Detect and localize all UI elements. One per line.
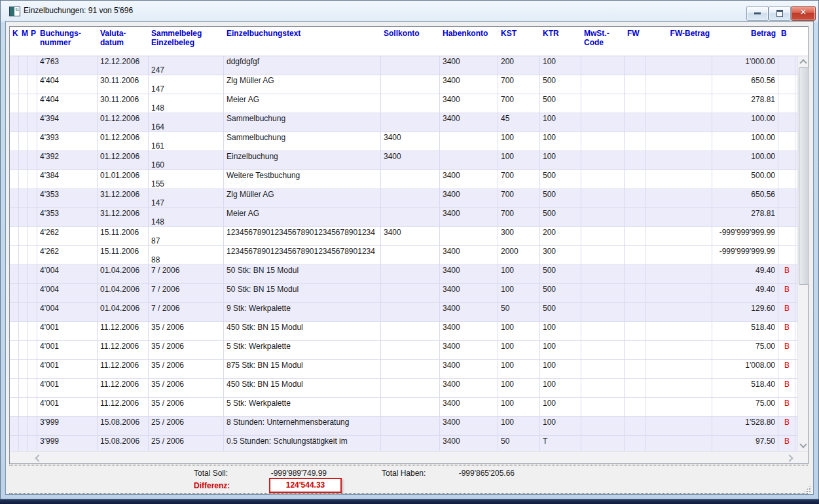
column-header-b[interactable]: B	[778, 27, 795, 56]
column-header-ktr[interactable]: KTR	[540, 27, 581, 56]
cell-fw	[625, 151, 646, 170]
cell-betrag: -999'999'999.99	[712, 246, 778, 264]
cell-fw	[625, 379, 646, 397]
table-row[interactable]: 4'35331.12.2006148Meier AG3400700500278.…	[10, 208, 797, 227]
column-header-haben[interactable]: Habenkonto	[440, 27, 498, 56]
column-header-nr[interactable]: Buchungs- nummer	[37, 27, 98, 56]
cell-mwst	[581, 284, 625, 302]
cell-betrag: 75.00	[712, 398, 778, 416]
cell-betrag: 278.81	[712, 208, 778, 226]
horizontal-scrollbar[interactable]	[10, 451, 808, 463]
table-row[interactable]: 4'26215.11.20068712345678901234567890123…	[10, 227, 797, 246]
cell-ktr: 200	[540, 227, 581, 245]
cell-betrag: 650.56	[712, 75, 778, 94]
cell-soll	[381, 379, 440, 397]
chevron-right-icon	[786, 454, 793, 461]
column-header-fw[interactable]: FW	[625, 27, 646, 56]
cell-beleg: 87	[149, 227, 224, 245]
column-header-mwst[interactable]: MwSt.- Code	[581, 27, 625, 56]
table-row[interactable]: 4'00111.12.200635 / 20065 Stk: Werkpalet…	[10, 398, 797, 417]
table-row[interactable]: 4'40430.11.2006148Meier AG3400700500278.…	[10, 94, 797, 113]
cell-b	[778, 94, 795, 113]
table-row[interactable]: 4'00401.04.20067 / 200650 Stk: BN 15 Mod…	[10, 265, 797, 284]
table-row[interactable]: 4'00401.04.20067 / 200650 Stk: BN 15 Mod…	[10, 284, 797, 303]
table-row[interactable]: 4'00111.12.200635 / 20065 Stk: Werkpalet…	[10, 341, 797, 360]
scroll-up-button[interactable]	[798, 56, 809, 67]
column-header-p[interactable]: P	[28, 27, 37, 56]
cell-soll	[381, 75, 440, 94]
cell-b: B	[778, 360, 795, 378]
column-header-betrag[interactable]: Betrag	[712, 27, 778, 56]
cell-text: 1234567890123456789012345678901234	[224, 246, 381, 264]
close-button[interactable]: ✕	[791, 6, 816, 21]
cell-p	[28, 189, 37, 207]
cell-fwbetrag	[646, 341, 712, 359]
cell-haben: 3400	[440, 284, 498, 302]
restore-button[interactable]	[769, 6, 791, 21]
table-row[interactable]: 4'00401.04.20067 / 20069 Stk: Werkpalett…	[10, 303, 797, 322]
separator-top	[9, 465, 808, 465]
cell-soll	[381, 303, 440, 321]
cell-k	[10, 113, 19, 132]
cell-datum: 11.12.2006	[98, 322, 149, 340]
cell-text: Zlg Müller AG	[224, 75, 381, 94]
vertical-scrollbar-thumb[interactable]	[799, 67, 809, 285]
column-header-datum[interactable]: Valuta- datum	[98, 27, 149, 56]
column-header-fwbetrag[interactable]: FW-Betrag	[646, 27, 712, 56]
table-row[interactable]: 3'99915.08.200625 / 20068 Stunden: Unter…	[10, 417, 797, 436]
vertical-scrollbar[interactable]	[797, 56, 808, 451]
cell-b: B	[778, 284, 795, 302]
cell-m	[19, 417, 28, 435]
table-row[interactable]: 4'35331.12.2006147Zlg Müller AG340070050…	[10, 189, 797, 208]
cell-m	[19, 436, 28, 451]
cell-fwbetrag	[646, 379, 712, 397]
cell-text: Meier AG	[224, 94, 381, 113]
cell-p	[28, 113, 37, 132]
table-row[interactable]: 4'00111.12.200635 / 2006450 Stk: BN 15 M…	[10, 322, 797, 341]
column-header-m[interactable]: M	[19, 27, 28, 56]
table-header-row: KMPBuchungs- nummerValuta- datumSammelbe…	[10, 27, 808, 56]
cell-ktr: 100	[540, 151, 581, 170]
cell-kst: 100	[498, 398, 540, 416]
cell-fw	[625, 75, 646, 94]
cell-fw	[625, 398, 646, 416]
table-row[interactable]: 4'38401.01.2006155Weitere Testbuchung340…	[10, 170, 797, 189]
cell-datum: 12.12.2006	[98, 56, 149, 75]
table-row[interactable]: 4'40430.11.2006147Zlg Müller AG340070050…	[10, 75, 797, 94]
table-row[interactable]: 4'00111.12.200635 / 2006450 Stk: BN 15 M…	[10, 379, 797, 398]
cell-betrag: 1'528.80	[712, 417, 778, 435]
cell-fw	[625, 265, 646, 283]
cell-k	[10, 284, 19, 302]
column-header-beleg[interactable]: Sammelbeleg Einzelbeleg	[149, 27, 224, 56]
cell-p	[28, 360, 37, 378]
column-header-k[interactable]: K	[10, 27, 19, 56]
table-row[interactable]: 4'39301.12.2006161Sammelbuchung340010010…	[10, 132, 797, 151]
column-header-text[interactable]: Einzelbuchungstext	[224, 27, 381, 56]
cell-betrag: 49.40	[712, 284, 778, 302]
cell-kst: 100	[498, 265, 540, 283]
cell-fwbetrag	[646, 436, 712, 451]
table-row[interactable]: 4'39401.12.2006164Sammelbuchung340045100…	[10, 113, 797, 132]
column-header-soll[interactable]: Sollkonto	[381, 27, 440, 56]
cell-beleg: 160	[149, 151, 224, 170]
cell-datum: 01.12.2006	[98, 113, 149, 132]
table-row[interactable]: 4'39201.12.2006160Einzelbuchung340010010…	[10, 151, 797, 170]
table-row[interactable]: 4'26215.11.20068812345678901234567890123…	[10, 246, 797, 265]
cell-b: B	[778, 303, 795, 321]
cell-nr: 4'384	[37, 170, 98, 189]
column-header-kst[interactable]: KST	[498, 27, 540, 56]
cell-nr: 4'392	[37, 151, 98, 170]
table-row[interactable]: 4'00111.12.200635 / 2006875 Stk: BN 15 M…	[10, 360, 797, 379]
cell-soll	[381, 170, 440, 189]
scroll-down-button[interactable]	[798, 440, 809, 451]
cell-text: 0.5 Stunden: Schulungstätigkeit im	[224, 436, 381, 451]
cell-soll	[381, 265, 440, 283]
cell-haben: 3400	[440, 360, 498, 378]
minimize-button[interactable]	[746, 6, 769, 21]
table-row[interactable]: 4'76312.12.2006247ddgfdgfgf34002001001'0…	[10, 56, 797, 75]
cell-text: Meier AG	[224, 208, 381, 226]
cell-mwst	[581, 246, 625, 264]
cell-kst: 700	[498, 208, 540, 226]
table-row[interactable]: 3'99915.08.200625 / 20060.5 Stunden: Sch…	[10, 436, 797, 451]
cell-ktr: 300	[540, 246, 581, 264]
